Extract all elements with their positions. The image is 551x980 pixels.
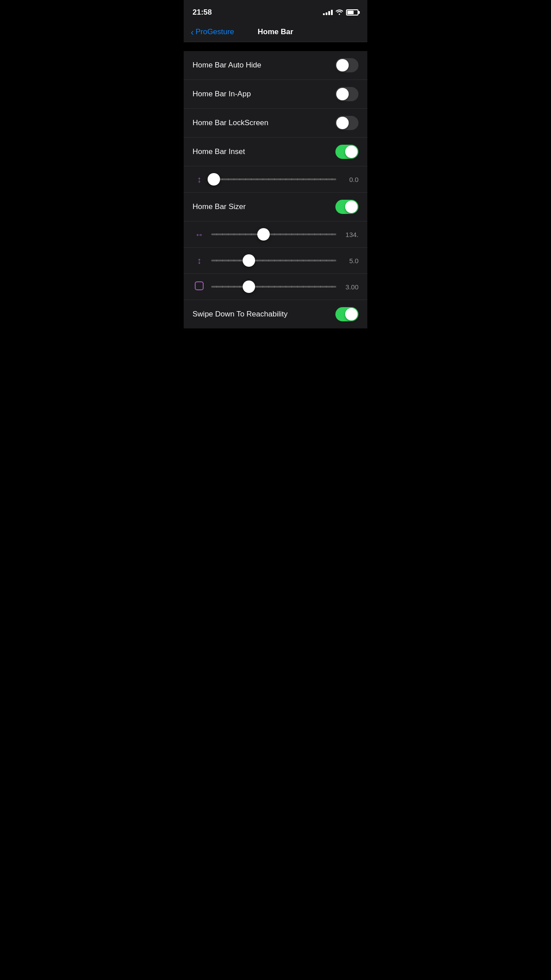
inset-slider-row: 0.0 bbox=[184, 166, 367, 193]
swipe-down-reachability-toggle[interactable] bbox=[335, 307, 358, 321]
sizer-width-slider-row: 134. bbox=[184, 221, 367, 248]
sizer-height-slider-row: 5.0 bbox=[184, 248, 367, 274]
home-bar-lockscreen-label: Home Bar LockScreen bbox=[193, 119, 268, 127]
battery-icon bbox=[346, 9, 358, 16]
home-bar-auto-hide-row: Home Bar Auto Hide bbox=[184, 51, 367, 80]
slider-thumb[interactable] bbox=[243, 254, 255, 267]
status-bar: 21:58 bbox=[184, 0, 367, 22]
home-bar-sizer-label: Home Bar Sizer bbox=[193, 202, 246, 211]
sizer-height-value: 5.0 bbox=[342, 257, 358, 265]
sizer-width-slider[interactable] bbox=[211, 228, 336, 241]
inset-slider[interactable] bbox=[211, 173, 336, 186]
signal-bars-icon bbox=[323, 10, 333, 15]
home-bar-auto-hide-label: Home Bar Auto Hide bbox=[193, 61, 261, 70]
horizontal-arrows-icon bbox=[193, 229, 206, 240]
toggle-knob bbox=[336, 59, 349, 71]
bottom-area bbox=[184, 328, 367, 417]
back-label: ProGesture bbox=[196, 28, 234, 36]
slider-track bbox=[211, 233, 336, 235]
back-chevron-icon: ‹ bbox=[191, 28, 194, 36]
vertical-arrows-2-icon bbox=[193, 256, 206, 266]
wifi-icon bbox=[335, 9, 343, 16]
home-bar-inset-label: Home Bar Inset bbox=[193, 147, 245, 156]
home-bar-in-app-row: Home Bar In-App bbox=[184, 80, 367, 109]
slider-track bbox=[211, 286, 336, 288]
settings-section: Home Bar Auto Hide Home Bar In-App Home … bbox=[184, 51, 367, 328]
sizer-corner-slider-row: 3.00 bbox=[184, 274, 367, 300]
corner-radius-icon bbox=[193, 281, 206, 292]
sizer-height-slider[interactable] bbox=[211, 254, 336, 267]
slider-track bbox=[211, 178, 336, 180]
section-gap bbox=[184, 42, 367, 51]
page-title: Home Bar bbox=[258, 28, 293, 36]
swipe-down-reachability-row: Swipe Down To Reachability bbox=[184, 300, 367, 328]
toggle-knob bbox=[336, 117, 349, 129]
home-bar-lockscreen-row: Home Bar LockScreen bbox=[184, 109, 367, 138]
home-bar-in-app-toggle[interactable] bbox=[335, 87, 358, 101]
home-bar-inset-toggle[interactable] bbox=[335, 145, 358, 159]
home-bar-sizer-row: Home Bar Sizer bbox=[184, 193, 367, 221]
vertical-arrows-icon bbox=[193, 174, 206, 185]
toggle-knob bbox=[336, 88, 349, 100]
slider-thumb[interactable] bbox=[208, 173, 220, 186]
home-bar-inset-row: Home Bar Inset bbox=[184, 138, 367, 166]
slider-track bbox=[211, 260, 336, 261]
sizer-corner-slider[interactable] bbox=[211, 280, 336, 293]
home-bar-lockscreen-toggle[interactable] bbox=[335, 116, 358, 130]
nav-bar: ‹ ProGesture Home Bar bbox=[184, 22, 367, 42]
home-bar-sizer-toggle[interactable] bbox=[335, 200, 358, 214]
slider-thumb[interactable] bbox=[257, 228, 270, 241]
slider-thumb[interactable] bbox=[243, 281, 255, 293]
back-button[interactable]: ‹ ProGesture bbox=[191, 28, 234, 36]
swipe-down-reachability-label: Swipe Down To Reachability bbox=[193, 310, 287, 319]
status-time: 21:58 bbox=[193, 8, 212, 17]
sizer-width-value: 134. bbox=[342, 231, 358, 238]
inset-slider-value: 0.0 bbox=[342, 176, 358, 183]
home-bar-auto-hide-toggle[interactable] bbox=[335, 58, 358, 72]
toggle-knob bbox=[345, 146, 358, 158]
status-icons bbox=[323, 9, 358, 16]
toggle-knob bbox=[345, 201, 358, 213]
sizer-corner-value: 3.00 bbox=[342, 283, 358, 291]
home-bar-in-app-label: Home Bar In-App bbox=[193, 90, 251, 99]
toggle-knob bbox=[345, 308, 358, 320]
